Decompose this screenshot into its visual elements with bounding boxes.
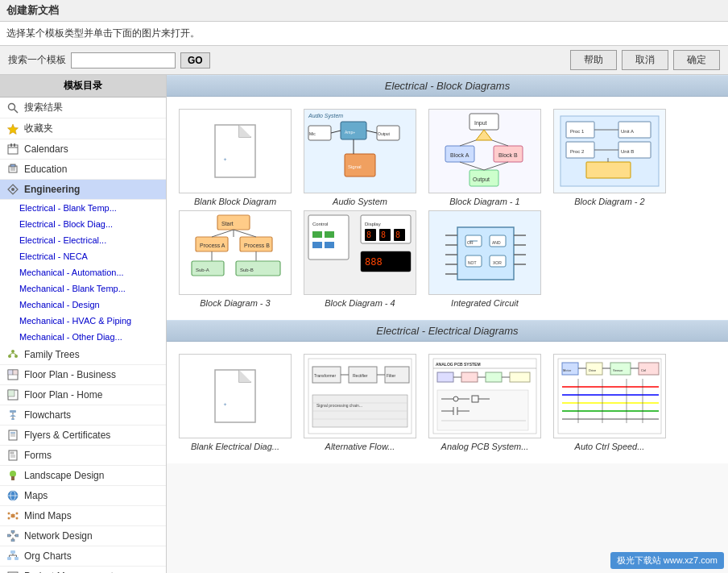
sidebar-item-calendars[interactable]: Calendars (0, 139, 166, 160)
sidebar-item-mindmaps[interactable]: Mind Maps (0, 506, 166, 526)
template-thumb-block4: Control Display 8 8 8 (304, 210, 416, 295)
network-icon (6, 529, 19, 542)
template-item-block4[interactable]: Control Display 8 8 8 (304, 210, 416, 308)
template-item-blank-elec[interactable]: ✦ Blank Electrical Diag... (179, 354, 292, 451)
main-layout: 模板目录 搜索结果 收藏夹 Calendars E (0, 75, 728, 573)
svg-point-44 (16, 517, 19, 520)
template-item-altflow[interactable]: Transformer Rectifier Filter Signal proc… (304, 354, 416, 451)
svg-rect-6 (14, 143, 15, 147)
svg-rect-49 (11, 530, 14, 533)
sidebar-item-flyers[interactable]: Flyers & Certificates (0, 426, 166, 446)
svg-text:OR: OR (467, 240, 474, 245)
sidebar-subitem-mech-other[interactable]: Mechanical - Other Diag... (0, 329, 166, 345)
svg-rect-36 (11, 476, 14, 480)
sidebar-item-education[interactable]: Education (0, 160, 166, 180)
template-item-block1[interactable]: Input Block A Block B Output Blo (428, 109, 541, 206)
template-item-autoctrl[interactable]: Motor Drive Sensor Ctrl (553, 354, 666, 451)
sidebar-item-floor-home[interactable]: Floor Plan - Home (0, 385, 166, 405)
sidebar-item-maps[interactable]: Maps (0, 486, 166, 506)
sidebar-subitem-elec-blank[interactable]: Electrical - Blank Temp... (0, 200, 166, 216)
go-button[interactable]: GO (180, 52, 210, 69)
template-name-analogpcb: Analog PCB System... (441, 442, 529, 451)
sidebar-item-forms[interactable]: Forms (0, 446, 166, 466)
sidebar-label-education: Education (24, 164, 67, 175)
sidebar-label-mindmaps: Mind Maps (24, 510, 72, 521)
sidebar-subitem-elec-electrical[interactable]: Electrical - Electrical... (0, 232, 166, 248)
sidebar-subitem-mech-hvac[interactable]: Mechanical - HVAC & Piping (0, 313, 166, 329)
svg-rect-69 (215, 125, 255, 177)
svg-text:Signal: Signal (348, 164, 362, 169)
svg-text:Drive: Drive (589, 368, 597, 372)
sidebar-item-network[interactable]: Network Design (0, 526, 166, 546)
svg-text:Mic: Mic (309, 131, 316, 136)
svg-rect-188 (437, 390, 528, 430)
help-button[interactable]: 帮助 (570, 50, 617, 70)
template-name-block3: Block Diagram - 3 (200, 298, 270, 308)
svg-rect-128 (325, 231, 334, 238)
template-item-blank-block[interactable]: ✦ Blank Block Diagram (179, 109, 292, 206)
svg-text:Unit A: Unit A (621, 129, 634, 134)
template-item-audio[interactable]: Mic Amp+ Output Signal Audio System Audi… (304, 109, 416, 206)
sidebar-label-search: 搜索结果 (24, 101, 63, 114)
sidebar-subitem-mech-design[interactable]: Mechanical - Design (0, 297, 166, 313)
svg-text:Proc 1: Proc 1 (570, 129, 585, 134)
sidebar-subitem-mech-auto[interactable]: Mechanical - Automation... (0, 264, 166, 280)
calendar-icon (6, 143, 19, 156)
content-area: Electrical - Block Diagrams ✦ Blank Bloc… (167, 75, 728, 573)
sidebar-sublabel-mech-blank: Mechanical - Blank Temp... (19, 284, 126, 293)
template-grid-block-row2: Start Process A Process B Sub-A Sub-B (167, 210, 728, 320)
sidebar-subitem-mech-blank[interactable]: Mechanical - Blank Temp... (0, 280, 166, 297)
sidebar-subitem-elec-block[interactable]: Electrical - Block Diag... (0, 216, 166, 232)
sidebar-item-flowcharts[interactable]: Flowcharts (0, 405, 166, 426)
svg-text:Sensor: Sensor (613, 368, 623, 372)
confirm-button[interactable]: 确定 (673, 50, 720, 70)
svg-text:ANALOG PCB SYSTEM: ANALOG PCB SYSTEM (436, 362, 481, 367)
sidebar-label-family: Family Trees (24, 349, 80, 360)
sidebar: 模板目录 搜索结果 收藏夹 Calendars E (0, 75, 167, 573)
template-thumb-blank-elec: ✦ (179, 354, 292, 438)
section-header-electrical: Electrical - Electrical Diagrams (167, 320, 728, 342)
sidebar-item-project[interactable]: Project Management (0, 567, 166, 573)
sidebar-item-landscape[interactable]: Landscape Design (0, 466, 166, 486)
svg-line-124 (234, 230, 256, 237)
sidebar-item-org[interactable]: Org Charts (0, 546, 166, 567)
template-thumb-audio: Mic Amp+ Output Signal Audio System (304, 109, 416, 193)
sidebar-item-favorites[interactable]: 收藏夹 (0, 118, 166, 139)
template-name-block2: Block Diagram - 2 (574, 197, 644, 206)
template-item-block3[interactable]: Start Process A Process B Sub-A Sub-B (179, 210, 292, 308)
svg-line-1 (14, 109, 19, 113)
svg-point-43 (8, 517, 10, 520)
cancel-button[interactable]: 取消 (622, 50, 668, 70)
template-item-analogpcb[interactable]: ANALOG PCB SYSTEM (428, 354, 541, 451)
template-item-integrated[interactable]: OR AND NOT XOR Integrated Circuit (428, 210, 541, 308)
sidebar-item-family[interactable]: Family Trees (0, 345, 166, 365)
sidebar-item-floor-business[interactable]: Floor Plan - Business (0, 365, 166, 385)
svg-point-35 (10, 471, 16, 477)
template-item-block2[interactable]: Proc 1 Proc 2 Unit A Unit B Block Diagra… (553, 109, 666, 206)
svg-rect-52 (11, 539, 14, 542)
family-icon (6, 348, 19, 361)
svg-marker-23 (10, 414, 16, 417)
template-thumb-analogpcb: ANALOG PCB SYSTEM (428, 354, 541, 438)
svg-text:Ctrl: Ctrl (641, 368, 646, 372)
svg-line-94 (492, 140, 508, 146)
svg-text:Transformer: Transformer (314, 373, 336, 378)
search-input[interactable] (71, 52, 176, 69)
project-icon (6, 570, 19, 573)
sidebar-label-favorites: 收藏夹 (24, 122, 53, 135)
template-grid-block: ✦ Blank Block Diagram Mic Amp+ Output (167, 97, 728, 218)
svg-rect-58 (7, 557, 11, 560)
search-icon (6, 102, 19, 114)
svg-rect-51 (15, 534, 19, 537)
template-thumb-block3: Start Process A Process B Sub-A Sub-B (179, 210, 292, 295)
svg-rect-184 (510, 372, 530, 382)
sidebar-sublabel-mech-hvac: Mechanical - HVAC & Piping (19, 316, 131, 326)
svg-text:Control: Control (312, 222, 328, 226)
sidebar-subitem-elec-neca[interactable]: Electrical - NECA (0, 248, 166, 264)
sidebar-item-search[interactable]: 搜索结果 (0, 98, 166, 118)
sidebar-label-flyers: Flyers & Certificates (24, 430, 110, 441)
sidebar-item-engineering[interactable]: Engineering (0, 180, 166, 200)
sidebar-label-forms: Forms (24, 450, 52, 461)
svg-line-78 (331, 131, 341, 133)
template-thumb-block2: Proc 1 Proc 2 Unit A Unit B (553, 109, 666, 193)
